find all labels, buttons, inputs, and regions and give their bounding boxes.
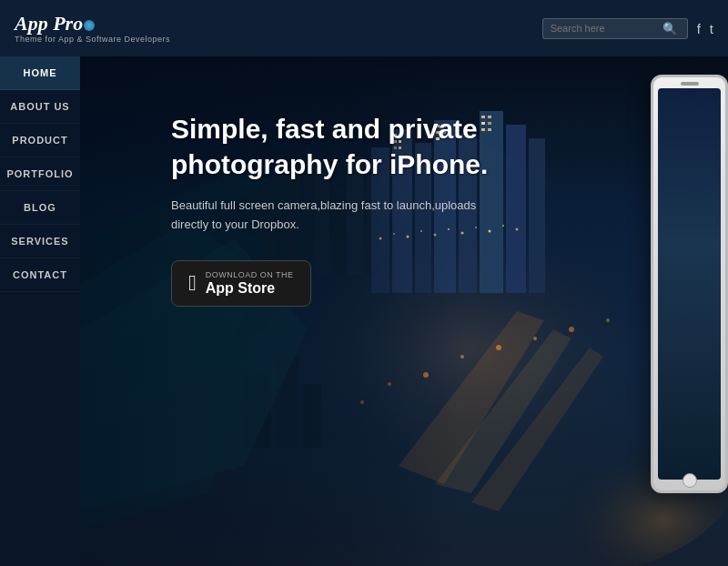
apple-icon:  — [188, 272, 197, 294]
search-input[interactable] — [551, 23, 660, 34]
sidebar-item-portfolio[interactable]: PORTFOLIO — [0, 157, 80, 191]
phone-home-button — [682, 473, 697, 488]
app-store-small-text: Download on the — [206, 270, 294, 279]
phone-screen — [658, 88, 721, 480]
phone-mockup — [651, 75, 728, 511]
sidebar-item-about[interactable]: ABOUT US — [0, 90, 80, 124]
sidebar-item-services[interactable]: SERVICES — [0, 225, 80, 258]
phone-screen-inner — [658, 88, 721, 480]
sidebar-item-home[interactable]: HOME — [0, 56, 80, 90]
hero-description: Beautiful full screen camera,blazing fas… — [171, 197, 499, 235]
phone-speaker — [681, 82, 699, 86]
hero-section: Simple, fast and private photography for… — [80, 56, 728, 566]
logo-text: App Pro — [15, 12, 83, 35]
sidebar-item-blog[interactable]: BLOG — [0, 191, 80, 225]
sidebar-item-contact[interactable]: CONTACT — [0, 258, 80, 292]
hero-title: Simple, fast and private photography for… — [171, 111, 499, 182]
header: App Pro Theme for App & Software Develop… — [0, 0, 728, 56]
logo: App Pro Theme for App & Software Develop… — [15, 13, 170, 44]
app-store-button[interactable]:  Download on the App Store — [171, 260, 311, 307]
phone-frame — [651, 75, 728, 493]
hero-content: Simple, fast and private photography for… — [171, 111, 499, 307]
search-box[interactable]: 🔍 — [542, 18, 688, 39]
logo-subtitle: Theme for App & Software Developers — [15, 35, 170, 44]
logo-dot-icon — [84, 20, 95, 31]
sidebar-nav: HOME ABOUT US PRODUCT PORTFOLIO BLOG SER… — [0, 56, 80, 292]
twitter-icon[interactable]: t — [710, 21, 713, 36]
header-right: 🔍 f t — [542, 18, 713, 39]
search-button[interactable]: 🔍 — [660, 22, 680, 35]
app-store-text: Download on the App Store — [206, 270, 294, 297]
sidebar-item-product[interactable]: PRODUCT — [0, 124, 80, 157]
facebook-icon[interactable]: f — [697, 21, 701, 36]
logo-title: App Pro — [15, 13, 170, 35]
app-store-large-text: App Store — [206, 279, 275, 297]
